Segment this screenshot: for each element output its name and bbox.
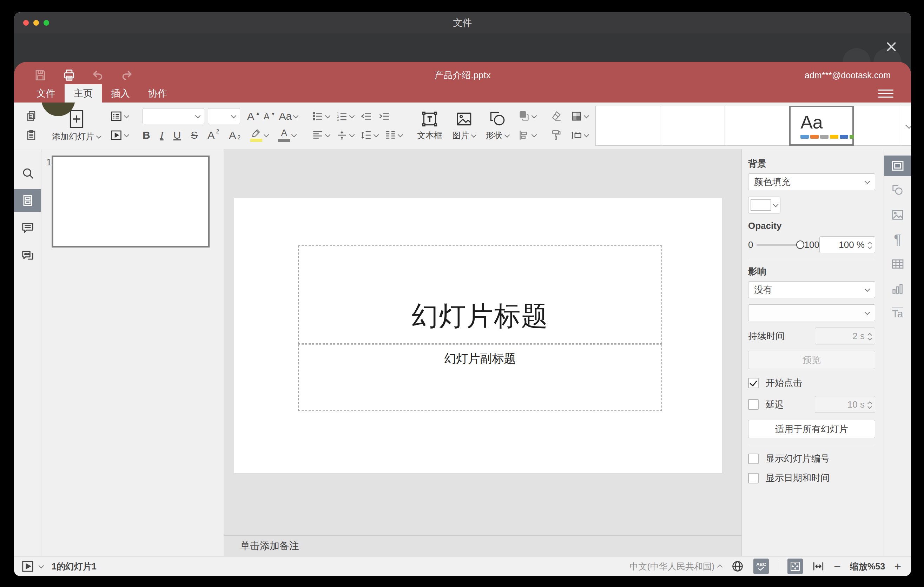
shape-settings-icon[interactable] <box>884 180 911 201</box>
slide-layout-icon[interactable] <box>110 110 129 122</box>
editing-canvas[interactable]: 幻灯片标题 幻灯片副标题 单击添加备注 <box>224 149 741 556</box>
play-options-icon[interactable] <box>39 563 44 569</box>
globe-icon[interactable] <box>731 560 744 573</box>
decrease-font-icon[interactable]: A▼ <box>264 111 276 122</box>
slide-thumbnail[interactable] <box>51 155 210 247</box>
preview-label: 预览 <box>802 354 821 366</box>
italic-button[interactable]: I <box>160 129 163 141</box>
textart-settings-icon[interactable]: Ta <box>884 303 911 323</box>
tab-home[interactable]: 主页 <box>64 84 102 102</box>
app-window: 文件 <box>14 12 911 576</box>
duration-label: 持续时间 <box>748 330 785 342</box>
slide-position-text: 1的幻灯片1 <box>51 561 97 572</box>
play-icon[interactable] <box>21 560 35 573</box>
notes-area[interactable]: 单击添加备注 <box>224 535 741 556</box>
duration-input[interactable]: 2 s <box>815 328 875 345</box>
notes-placeholder: 单击添加备注 <box>240 539 299 552</box>
comment-icon[interactable] <box>14 217 41 239</box>
copy-style-icon[interactable] <box>550 129 562 141</box>
delay-input[interactable]: 10 s <box>815 396 875 413</box>
effect-select[interactable]: 没有 <box>748 281 875 298</box>
opacity-slider-thumb[interactable] <box>796 241 804 249</box>
theme-item[interactable] <box>724 106 789 146</box>
strikethrough-button[interactable]: S <box>191 129 198 141</box>
hamburger-icon[interactable] <box>878 87 893 100</box>
increase-font-icon[interactable]: A▲ <box>247 110 260 122</box>
bold-button[interactable]: B <box>142 129 150 141</box>
increase-indent-icon[interactable] <box>378 110 390 122</box>
bullets-icon[interactable] <box>312 110 330 122</box>
clear-style-icon[interactable] <box>550 110 562 122</box>
svg-text:3: 3 <box>337 118 339 122</box>
close-icon[interactable] <box>884 39 899 54</box>
highlight-pen-icon[interactable] <box>250 129 268 142</box>
font-size-select[interactable] <box>208 108 240 124</box>
font-color-icon[interactable]: A <box>278 129 296 142</box>
zoom-level-text: 缩放%53 <box>850 561 885 572</box>
subtitle-placeholder[interactable]: 幻灯片副标题 <box>298 345 662 411</box>
columns-icon[interactable] <box>384 129 402 141</box>
slide-size-icon[interactable] <box>571 129 588 141</box>
theme-item[interactable] <box>660 106 724 146</box>
background-color-picker[interactable] <box>748 196 780 213</box>
slides-panel-icon[interactable] <box>14 189 41 212</box>
show-slide-number-checkbox[interactable] <box>748 453 759 464</box>
align-shapes-icon[interactable] <box>518 129 536 141</box>
tab-insert[interactable]: 插入 <box>102 84 139 102</box>
decrease-indent-icon[interactable] <box>360 110 372 122</box>
zoom-out-icon[interactable]: − <box>834 560 841 572</box>
tab-file[interactable]: 文件 <box>27 84 64 102</box>
arrange-icon[interactable] <box>518 110 536 122</box>
subscript-button[interactable]: A2 <box>229 129 241 141</box>
chat-icon[interactable] <box>14 244 41 267</box>
tab-collaboration[interactable]: 协作 <box>139 84 176 102</box>
fit-width-icon[interactable] <box>812 560 825 572</box>
document-title: 产品介绍.pptx <box>14 67 911 84</box>
effect-value: 没有 <box>754 284 772 296</box>
table-settings-icon[interactable] <box>884 254 911 274</box>
title-placeholder[interactable]: 幻灯片标题 <box>298 246 662 344</box>
delay-value: 10 s <box>848 399 865 410</box>
effect-variant-select[interactable] <box>748 304 875 321</box>
opacity-input[interactable]: 100 % <box>819 236 875 253</box>
preview-button[interactable]: 预览 <box>748 351 875 369</box>
vertical-align-icon[interactable] <box>336 129 354 141</box>
font-name-select[interactable] <box>142 108 204 124</box>
image-button[interactable]: 图片 <box>447 102 480 149</box>
show-datetime-checkbox[interactable] <box>748 473 759 483</box>
slide-surface[interactable]: 幻灯片标题 幻灯片副标题 <box>234 198 723 473</box>
copy-icon[interactable] <box>25 110 37 122</box>
chart-settings-icon[interactable] <box>884 279 911 299</box>
numbering-icon[interactable]: 123 <box>336 110 354 122</box>
language-selector[interactable]: 中文(中华人民共和国) <box>630 561 722 572</box>
change-case-icon[interactable]: Aa <box>279 110 298 122</box>
main-area: 1 幻灯片标题 幻灯片副标题 单击添加备注 背景 <box>14 149 911 556</box>
superscript-button[interactable]: A2 <box>208 129 219 141</box>
align-icon[interactable] <box>312 129 330 141</box>
background-fill-select[interactable]: 颜色填充 <box>748 173 875 190</box>
theme-item[interactable] <box>854 106 899 146</box>
start-slideshow-icon[interactable] <box>110 129 129 142</box>
delay-checkbox[interactable] <box>748 399 759 410</box>
paste-icon[interactable] <box>25 129 37 141</box>
theme-gallery-expand-icon[interactable] <box>899 106 911 146</box>
zoom-in-icon[interactable]: + <box>894 560 901 572</box>
textbox-button[interactable]: 文本框 <box>412 102 447 149</box>
search-icon[interactable] <box>14 162 41 184</box>
slide-settings-icon[interactable] <box>884 155 911 176</box>
underline-button[interactable]: U <box>173 129 181 141</box>
fit-slide-icon[interactable] <box>787 559 803 574</box>
line-spacing-icon[interactable] <box>360 129 378 141</box>
slide-title-text: 幻灯片标题 <box>412 298 549 335</box>
shape-fill-icon[interactable] <box>571 110 588 122</box>
spellcheck-icon[interactable]: ABC <box>753 559 769 574</box>
ribbon-tabs: 文件 主页 插入 协作 <box>27 84 893 102</box>
paragraph-settings-icon[interactable]: ¶ <box>884 229 911 250</box>
start-on-click-checkbox[interactable] <box>748 378 759 388</box>
image-settings-icon[interactable] <box>884 204 911 225</box>
theme-item[interactable] <box>596 106 660 146</box>
apply-to-all-button[interactable]: 适用于所有幻灯片 <box>748 420 875 438</box>
shape-button[interactable]: 形状 <box>480 102 514 149</box>
theme-item-selected[interactable]: Aa <box>789 106 854 146</box>
opacity-slider-track[interactable] <box>757 244 798 246</box>
